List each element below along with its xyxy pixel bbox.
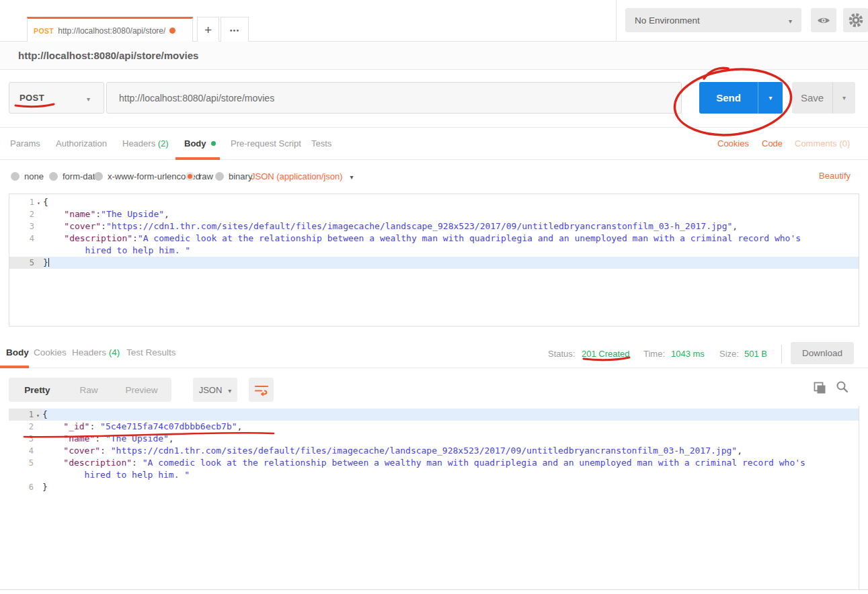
editor-row[interactable]: 4 "cover": "https://cdn1.thr.com/sites/d… [9, 445, 859, 457]
response-toolbar: Pretty Raw Preview JSON [0, 368, 868, 406]
editor-row[interactable]: 1{ [9, 409, 859, 421]
mode-binary-radio[interactable]: binary [215, 160, 252, 192]
response-headers-count-badge: (4) [109, 347, 120, 357]
download-button[interactable]: Download [791, 342, 854, 364]
editor-row[interactable]: 3 "name": "The Upside", [9, 433, 859, 445]
settings-button[interactable] [843, 8, 868, 32]
tab-headers[interactable]: Headers (2) [122, 128, 169, 160]
url-input-value: http://localhost:8080/api/store/movies [119, 93, 274, 103]
tab-url-label: http://localhost:8080/api/store/ [58, 26, 165, 36]
mode-form-data-radio[interactable]: form-data [49, 160, 100, 192]
line-number-gutter: 6 [9, 481, 42, 493]
code-line[interactable]: { [42, 409, 859, 421]
code-line[interactable]: "name": "The Upside", [42, 433, 859, 445]
radio-icon [215, 172, 224, 181]
line-number-gutter [9, 469, 42, 481]
send-button-label: Send [699, 82, 758, 114]
status-value: 201 Created [582, 349, 630, 359]
editor-row[interactable]: 1{ [9, 196, 859, 208]
editor-row[interactable]: hired to help him. " [9, 469, 859, 481]
editor-row[interactable]: 3 "cover":"https://cdn1.thr.com/sites/de… [9, 220, 859, 232]
eye-icon [816, 14, 831, 27]
line-number-gutter: 2 [9, 421, 42, 433]
code-line[interactable]: "_id": "5c4e715fa74c07dbbb6ecb7b", [42, 421, 859, 433]
editor-row[interactable]: 6} [9, 481, 859, 493]
code-line[interactable]: hired to help him. " [43, 245, 859, 257]
fold-caret-icon [34, 208, 43, 220]
editor-scroll-track[interactable] [859, 406, 859, 589]
view-raw[interactable]: Raw [66, 378, 112, 402]
request-title-bar: http://localhost:8080/api/store/movies [0, 42, 868, 70]
beautify-link[interactable]: Beautify [819, 160, 851, 192]
code-line[interactable]: "name":"The Upside", [43, 208, 859, 220]
code-link[interactable]: Code [762, 128, 783, 160]
response-tab-headers[interactable]: Headers (4) [72, 339, 120, 368]
environment-label: No Environment [635, 15, 700, 26]
editor-row[interactable]: 2 "_id": "5c4e715fa74c07dbbb6ecb7b", [9, 421, 859, 433]
comments-link[interactable]: Comments (0) [795, 128, 850, 160]
time-label-text: Time: [643, 349, 665, 359]
tab-tests[interactable]: Tests [311, 128, 331, 160]
content-type-select[interactable]: JSON (application/json) [251, 160, 354, 192]
editor-row[interactable]: 5} [9, 257, 859, 269]
search-icon [836, 380, 849, 394]
code-line[interactable]: } [42, 481, 859, 493]
environment-select[interactable]: No Environment [625, 8, 801, 32]
editor-row[interactable]: 4 "description":"A comedic look at the r… [9, 232, 859, 245]
editor-row[interactable]: hired to help him. " [9, 245, 859, 257]
view-pretty[interactable]: Pretty [9, 378, 66, 402]
code-line[interactable]: "description": "A comedic look at the re… [42, 457, 859, 469]
wrap-lines-button[interactable] [249, 378, 274, 402]
radio-selected-icon [186, 172, 194, 181]
response-tab-cookies[interactable]: Cookies [34, 339, 67, 368]
save-button[interactable]: Save [792, 82, 855, 114]
fold-caret-icon [34, 257, 43, 269]
mode-raw-radio[interactable]: raw [186, 160, 213, 192]
content-type-label: JSON (application/json) [251, 171, 343, 181]
response-tab-body[interactable]: Body [6, 339, 29, 368]
cookies-link[interactable]: Cookies [717, 128, 749, 160]
response-body-editor[interactable]: 1{2 "_id": "5c4e715fa74c07dbbb6ecb7b",3 … [0, 406, 859, 589]
code-line[interactable]: "description":"A comedic look at the rel… [43, 232, 859, 245]
time-value-text: 1043 ms [671, 349, 705, 359]
request-tabs-bar: Params Authorization Headers (2) Body Pr… [0, 128, 868, 160]
code-line[interactable]: { [43, 196, 859, 208]
mode-raw-label: raw [199, 171, 213, 181]
save-options-caret[interactable] [832, 82, 855, 114]
size-value-text: 501 B [744, 349, 767, 359]
copy-icon [814, 382, 826, 394]
line-number-gutter: 2 [9, 208, 43, 220]
editor-row[interactable]: 5 "description": "A comedic look at the … [9, 457, 859, 469]
code-line[interactable]: "cover": "https://cdn1.thr.com/sites/def… [42, 445, 859, 457]
headers-count-badge: (2) [158, 138, 169, 148]
tab-options-button[interactable]: ••• [221, 17, 249, 42]
response-tab-test-results[interactable]: Test Results [126, 339, 176, 368]
search-response-button[interactable] [836, 380, 849, 396]
editor-row[interactable]: 2 "name":"The Upside", [9, 208, 859, 220]
chevron-down-icon [87, 92, 90, 104]
code-line[interactable]: hired to help him. " [42, 469, 859, 481]
send-options-caret[interactable] [758, 82, 783, 114]
code-line[interactable]: "cover":"https://cdn1.thr.com/sites/defa… [43, 220, 859, 232]
url-input[interactable]: http://localhost:8080/api/store/movies [106, 82, 682, 114]
tab-body[interactable]: Body [184, 128, 216, 160]
send-button[interactable]: Send [699, 82, 783, 114]
bottom-divider [0, 589, 868, 590]
code-line[interactable]: } [43, 257, 859, 269]
request-body-editor[interactable]: 1{2 "name":"The Upside",3 "cover":"https… [9, 194, 859, 327]
request-tab[interactable]: POST http://localhost:8080/api/store/ [27, 17, 193, 42]
request-title-url: http://localhost:8080/api/store/movies [18, 50, 198, 61]
view-preview[interactable]: Preview [112, 378, 171, 402]
environment-preview-button[interactable] [811, 8, 836, 32]
tab-pre-request-script[interactable]: Pre-request Script [231, 128, 301, 160]
copy-response-button[interactable] [814, 382, 826, 397]
tab-params[interactable]: Params [10, 128, 40, 160]
fold-caret-icon[interactable] [34, 196, 43, 208]
new-tab-button[interactable]: + [197, 17, 219, 42]
mode-none-radio[interactable]: none [11, 160, 44, 192]
fold-caret-icon[interactable] [34, 409, 42, 421]
method-select[interactable]: POST [9, 82, 104, 114]
mode-urlencoded-radio[interactable]: x-www-form-urlencoded [94, 160, 200, 192]
tab-authorization[interactable]: Authorization [56, 128, 107, 160]
response-format-select[interactable]: JSON [193, 378, 237, 402]
